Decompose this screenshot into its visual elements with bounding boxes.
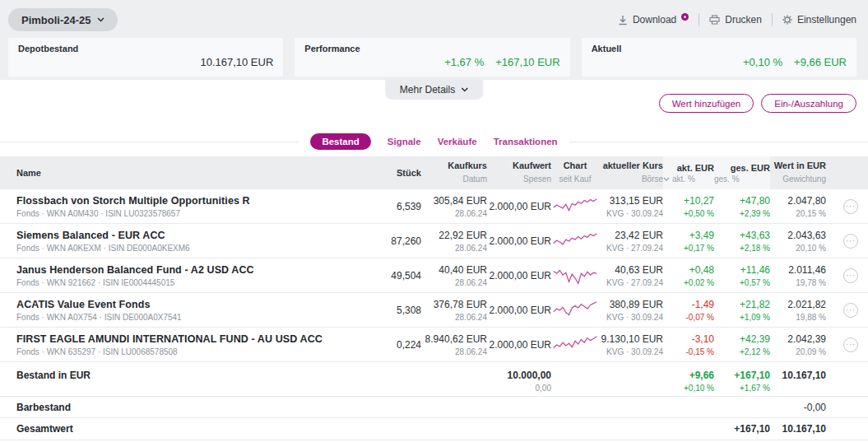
footer-bestand-label: Bestand in EUR bbox=[16, 370, 374, 381]
akt-cell: +10,27+0,50 % bbox=[663, 195, 714, 218]
fund-meta: Fonds · WKN A0X754 · ISIN DE000A0X7541 bbox=[16, 313, 374, 322]
col-kaufwert[interactable]: Kaufwert Spesen bbox=[487, 161, 551, 185]
more-details-label: Mehr Details bbox=[400, 84, 455, 95]
more-details-button[interactable]: Mehr Details bbox=[385, 80, 483, 100]
footer-gesamtwert-label: Gesamtwert bbox=[16, 423, 374, 435]
ges-cell: +43,63+2,18 % bbox=[714, 230, 770, 253]
sub-header: Mehr Details Wert hinzufügen Ein-/Auszah… bbox=[0, 80, 868, 129]
footer-akt-cell: +9,66 +0,10 % bbox=[663, 370, 714, 393]
toolbar: Pimboli-24-25 Download bbox=[0, 7, 868, 33]
col-stueck[interactable]: Stück bbox=[374, 168, 421, 178]
row-menu-button[interactable]: ··· bbox=[843, 268, 858, 283]
tab-bestand[interactable]: Bestand bbox=[310, 133, 370, 150]
print-button[interactable]: Drucken bbox=[709, 14, 762, 26]
row-menu-button[interactable]: ··· bbox=[843, 337, 858, 352]
chevron-down-icon bbox=[97, 17, 104, 22]
kurs-cell: 380,89 EURKVG · 30.09.24 bbox=[599, 299, 663, 322]
summary-cards: Depotbestand 10.167,10 EUR Performance +… bbox=[0, 33, 868, 77]
col-ges-eur[interactable]: ges. EUR ges. % bbox=[714, 156, 770, 189]
kaufwert-value: 2.000,00 EUR bbox=[487, 201, 551, 212]
row-menu-button[interactable]: ··· bbox=[843, 234, 858, 249]
depot-card: Depotbestand 10.167,10 EUR bbox=[8, 38, 283, 77]
kaufkurs-cell: 305,84 EUR28.06.24 bbox=[421, 195, 487, 218]
aktuell-card-label: Aktuell bbox=[592, 44, 847, 54]
action-buttons: Wert hinzufügen Ein-/Auszahlung bbox=[659, 94, 856, 113]
kurs-cell: 9.130,10 EURKVG · 30.09.24 bbox=[599, 333, 663, 356]
kaufkurs-cell: 22,92 EUR28.06.24 bbox=[421, 230, 487, 253]
printer-icon bbox=[709, 15, 720, 25]
sparkline-chart[interactable] bbox=[551, 230, 599, 252]
fund-name[interactable]: Janus Henderson Balanced Fund - A2 USD A… bbox=[16, 264, 374, 276]
akt-cell: -3,10-0,15 % bbox=[663, 333, 714, 356]
wert-cell: 2.047,8020,15 % bbox=[770, 195, 826, 218]
sparkline-chart[interactable] bbox=[551, 265, 599, 286]
akt-cell: -1,49-0,07 % bbox=[663, 299, 714, 322]
table-row: Flossbach von Storch Multiple Opportunit… bbox=[0, 189, 868, 224]
stueck-value: 0,224 bbox=[374, 339, 421, 351]
fund-name[interactable]: Flossbach von Storch Multiple Opportunit… bbox=[16, 195, 374, 207]
divider bbox=[699, 13, 699, 26]
fund-name[interactable]: FIRST EAGLE AMUNDI INTERNATIONAL FUND - … bbox=[16, 333, 374, 345]
table-row: Siemens Balanced - EUR ACC Fonds · WKN A… bbox=[0, 224, 868, 258]
depot-page: Pimboli-24-25 Download bbox=[0, 0, 868, 442]
tab-verkaeufe[interactable]: Verkäufe bbox=[438, 137, 477, 147]
download-button[interactable]: Download bbox=[618, 14, 689, 26]
wert-cell: 2.011,4619,78 % bbox=[770, 264, 826, 287]
stueck-value: 87,260 bbox=[374, 235, 421, 247]
print-label: Drucken bbox=[725, 14, 762, 26]
fund-meta: Fonds · WKN 921662 · ISIN IE0004445015 bbox=[16, 278, 374, 287]
sort-chevron-icon[interactable] bbox=[663, 177, 670, 181]
wert-cell: 2.043,6320,10 % bbox=[770, 230, 826, 253]
wert-cell: 2.042,3920,09 % bbox=[770, 333, 826, 356]
footer-gesamtwert-value: 10.167,10 bbox=[770, 423, 826, 435]
kaufkurs-cell: 8.940,62 EUR28.06.24 bbox=[421, 333, 487, 356]
wert-cell: 2.021,8219,88 % bbox=[770, 299, 826, 322]
toolbar-links: Download Drucken bbox=[618, 13, 856, 26]
col-kaufkurs[interactable]: Kaufkurs Datum bbox=[421, 161, 487, 185]
chevron-down-icon bbox=[461, 87, 468, 92]
kurs-cell: 40,63 EURKVG · 27.09.24 bbox=[599, 264, 663, 287]
sparkline-chart[interactable] bbox=[551, 334, 599, 356]
sparkline-chart[interactable] bbox=[551, 196, 599, 217]
row-menu-button[interactable]: ··· bbox=[843, 303, 858, 318]
aktuell-card: Aktuell +0,10 %+9,66 EUR bbox=[582, 38, 856, 77]
kaufkurs-cell: 40,40 EUR28.06.24 bbox=[421, 264, 487, 287]
kurs-cell: 313,15 EURKVG · 30.09.24 bbox=[599, 195, 663, 218]
tab-signale[interactable]: Signale bbox=[388, 137, 421, 147]
tab-transaktionen[interactable]: Transaktionen bbox=[494, 137, 558, 147]
sparkline-chart[interactable] bbox=[551, 300, 599, 321]
performance-percent: +1,67 % bbox=[444, 56, 484, 68]
fund-meta: Fonds · WKN A0KEXM · ISIN DE000A0KEXM6 bbox=[16, 244, 374, 253]
fund-meta: Fonds · WKN A0M430 · ISIN LU0323578657 bbox=[16, 209, 374, 218]
depot-card-label: Depotbestand bbox=[18, 44, 273, 54]
fund-name[interactable]: ACATIS Value Event Fonds bbox=[16, 299, 374, 310]
footer-ges-cell: +167,10 +1,67 % bbox=[714, 370, 770, 393]
footer-gesamtwert-ges: +167,10 bbox=[714, 423, 770, 435]
col-name[interactable]: Name bbox=[16, 168, 374, 178]
pay-in-out-button[interactable]: Ein-/Auszahlung bbox=[761, 94, 856, 113]
col-akt-eur[interactable]: akt. EUR akt. % bbox=[663, 156, 714, 189]
kaufwert-value: 2.000,00 EUR bbox=[487, 305, 551, 316]
footer-barbestand-value: -0,00 bbox=[770, 402, 826, 413]
row-menu-button[interactable]: ··· bbox=[843, 199, 858, 214]
col-kurs[interactable]: aktueller Kurs Börse bbox=[599, 161, 663, 185]
stueck-value: 5,308 bbox=[374, 305, 421, 316]
settings-label: Einstellungen bbox=[797, 14, 856, 26]
kaufwert-value: 2.000,00 EUR bbox=[487, 270, 551, 281]
download-label: Download bbox=[633, 14, 676, 26]
akt-cell: +3,49+0,17 % bbox=[663, 230, 714, 253]
table-row: FIRST EAGLE AMUNDI INTERNATIONAL FUND - … bbox=[0, 328, 868, 362]
fund-name[interactable]: Siemens Balanced - EUR ACC bbox=[16, 230, 374, 241]
fund-meta: Fonds · WKN 635297 · ISIN LU0068578508 bbox=[16, 347, 374, 356]
download-icon bbox=[618, 15, 628, 26]
top-strip: Pimboli-24-25 Download bbox=[0, 0, 868, 80]
col-wert[interactable]: Wert in EUR Gewichtung bbox=[770, 161, 826, 185]
kaufwert-value: 2.000,00 EUR bbox=[487, 235, 551, 247]
settings-button[interactable]: Einstellungen bbox=[782, 14, 856, 26]
table-row: ACATIS Value Event Fonds Fonds · WKN A0X… bbox=[0, 293, 868, 328]
divider bbox=[772, 13, 773, 26]
ges-cell: +47,80+2,39 % bbox=[714, 195, 770, 218]
portfolio-selector[interactable]: Pimboli-24-25 bbox=[8, 8, 118, 31]
add-value-button[interactable]: Wert hinzufügen bbox=[659, 94, 754, 113]
performance-card: Performance +1,67 %+167,10 EUR bbox=[295, 38, 569, 77]
